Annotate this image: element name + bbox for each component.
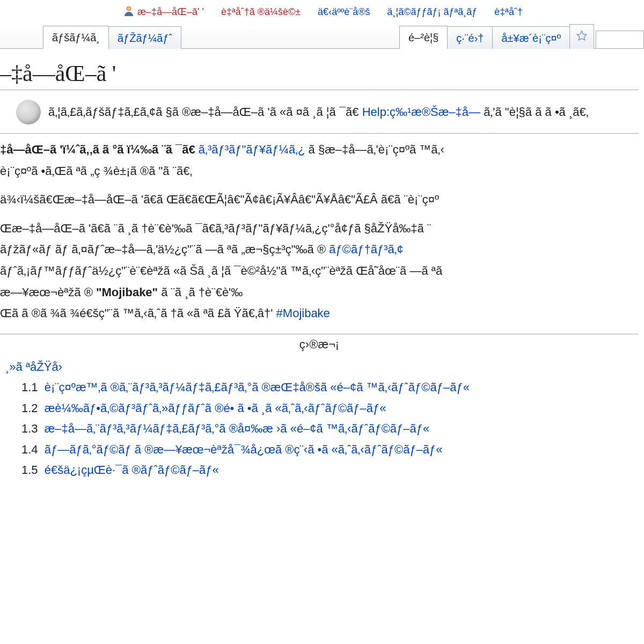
para-3-e: ã ¨ã ¸ã †è¨€è'‰ — [161, 286, 243, 299]
star-icon — [576, 30, 588, 45]
tab-read[interactable]: é–²è¦§ — [399, 26, 448, 49]
user-bar: æ–‡å­—åŒ–ã' ' è‡ªåˆ†ã ®ä¼šè©± ä€‹äººè¨­å… — [0, 0, 644, 24]
para-1: ‡å­—åŒ–ã 'ï¼ˆã‚‚ã ã °ã ï¼‰ã ¨ã ¯ã€ ã‚³ãƒ… — [0, 139, 635, 181]
para-3-b: ãƒžãƒ«ãƒ ãƒ ã‚¤ãƒˆæ–‡å­—ã‚'ä½¿ç"¨ã —ã ªã… — [0, 243, 326, 256]
userbar-beta[interactable]: è‡ªåˆ† — [494, 6, 523, 18]
tab-talk[interactable]: ãƒŽãƒ¼ãƒˆ — [108, 26, 181, 49]
svg-point-0 — [127, 6, 131, 11]
toc-num: 1.5 — [21, 463, 38, 477]
toc-item-1-1[interactable]: 1.1 è¡¨ç¤ºæ™‚ã ®ã‚¨ãƒ³ã‚³ãƒ¼ãƒ‡ã‚£ãƒ³ã‚°… — [0, 377, 639, 398]
para-2: ä¾‹ï¼šã€Œæ–‡å­—åŒ–ã 'ã€ã Œã€ã€ŒÃ¦â€"Ã¢â€… — [0, 189, 635, 210]
para-3-d: æ—¥æœ¬èªžã ® — [0, 286, 93, 299]
tab-edit[interactable]: ç·¨é›† — [447, 26, 493, 49]
para-3: Œæ–‡å­—åŒ–ã 'ã€ã ¨ã ¸ã †è¨€è'‰ã ¯ã€ã‚³ãƒ… — [0, 218, 635, 324]
hatnote-pre: ã‚¦ã‚£ã‚­ãƒšãƒ‡ã‚£ã‚¢ã §ã ®æ–‡å­—åŒ–ã 'ã… — [48, 105, 359, 119]
link-latin[interactable]: ãƒ©ãƒ†ãƒ³ã‚¢ — [329, 243, 404, 256]
toc-num: 1.2 — [21, 401, 38, 415]
toc-item-1-5-text: é€šä¿¡çµŒè·¯ã ®ãƒˆãƒ©ãƒ–ãƒ« — [45, 463, 219, 477]
hatnote: ã‚¦ã‚£ã‚­ãƒšãƒ‡ã‚£ã‚¢ã §ã ®æ–‡å­—åŒ–ã 'ã… — [0, 93, 639, 131]
article-body: ‡å­—åŒ–ã 'ï¼ˆã‚‚ã ã °ã ï¼‰ã ¨ã ¯ã€ ã‚³ãƒ… — [0, 139, 639, 324]
wikipedia-globe-icon — [16, 100, 41, 125]
userbar-prefs[interactable]: ä¸¦ã©ãƒƒãƒ¡ ãƒªã¸ãƒ — [387, 6, 478, 18]
toc-item-1-4[interactable]: 1.4 ãƒ—ãƒ­ã‚°ãƒ©ãƒ ã ®æ—¥æœ¬èªžå¯¾å¿œã ®… — [0, 440, 639, 460]
hatnote-text: ã‚¦ã‚£ã‚­ãƒšãƒ‡ã‚£ã‚¢ã §ã ®æ–‡å­—åŒ–ã 'ã… — [48, 103, 589, 121]
toc-item-1-2[interactable]: 1.2 æ­è¼‰ãƒ•ã‚©ãƒ³ãƒˆã‚»ãƒƒãƒˆã ®é• ã •ã… — [0, 398, 639, 419]
toc-item-1-5[interactable]: 1.5 é€šä¿¡çµŒè·¯ã ®ãƒˆãƒ©ãƒ–ãƒ« — [0, 460, 639, 481]
toc-item-1-3[interactable]: 1.3 æ–‡å­—ã‚¨ãƒ³ã‚³ãƒ¼ãƒ‡ã‚£ãƒ³ã‚°ã ®å¤‰… — [0, 419, 639, 440]
toc-num: 1.3 — [21, 422, 38, 435]
username-link[interactable]: æ–‡å­—åŒ–ã' ' — [137, 6, 204, 18]
link-mojibake-anchor[interactable]: #Mojibake — [276, 306, 330, 320]
toc-item-1-2-text: æ­è¼‰ãƒ•ã‚©ãƒ³ãƒˆã‚»ãƒƒãƒˆã ®é• ã •ã ¸ã … — [45, 401, 386, 415]
mojibake-bold: "Mojibake" — [96, 286, 158, 299]
toc-num: 1.4 — [21, 443, 38, 456]
hatnote-link[interactable]: Help:ç‰¹æ®Šæ–‡å­— — [362, 105, 480, 119]
tabs-left: ãƒšãƒ¼ã¸ ãƒŽãƒ¼ãƒˆ — [43, 25, 181, 48]
user-menu[interactable]: æ–‡å­—åŒ–ã' ' — [123, 5, 204, 19]
tab-history[interactable]: å±¥æ­´è¡¨ç¤º — [492, 26, 570, 49]
toc-item-1-1-text: è¡¨ç¤ºæ™‚ã ®ã‚¨ãƒ³ã‚³ãƒ¼ãƒ‡ã‚£ãƒ³ã‚°ã ®æ… — [45, 380, 470, 394]
toc-divider — [0, 334, 639, 334]
tab-watch[interactable] — [569, 24, 594, 49]
user-icon — [123, 5, 134, 19]
toc: ¸»ã ªåŽŸå› 1.1 è¡¨ç¤ºæ™‚ã ®ã‚¨ãƒ³ã‚³ãƒ¼ã… — [0, 357, 639, 481]
tab-bar: ãƒšãƒ¼ã¸ ãƒŽãƒ¼ãƒˆ é–²è¦§ ç·¨é›† å±¥æ­´è… — [0, 24, 644, 49]
userbar-sandbox[interactable]: ä€‹äººè¨­å®š — [318, 6, 370, 18]
userbar-talk[interactable]: è‡ªåˆ†ã ®ä¼šè©± — [221, 6, 301, 18]
para-3-c: ãƒˆã‚¡ãƒ™ãƒƒãƒˆä½¿ç"¨è¨€èªžã «ã Šã ¸ã ¦ã… — [0, 264, 442, 277]
page-title: –‡å­—åŒ–ã ' — [0, 61, 639, 90]
para-3-a: Œæ–‡å­—åŒ–ã 'ã€ã ¨ã ¸ã †è¨€è'‰ã ¯ã€ã‚³ãƒ… — [0, 222, 431, 235]
tabs-right: é–²è¦§ ç·¨é›† å±¥æ­´è¡¨ç¤º — [399, 24, 644, 48]
para-1-mid: ã §æ–‡å­—ã‚'è¡¨ç¤ºã ™ã‚‹ — [309, 143, 444, 156]
search-input[interactable] — [601, 34, 633, 46]
search-box[interactable] — [596, 31, 644, 49]
toc-item-1[interactable]: ¸»ã ªåŽŸå› — [0, 357, 639, 378]
hatnote-post: ã‚'ã "è¦§ã ã ã •ã ¸ã€‚ — [484, 105, 588, 119]
content: –‡å­—åŒ–ã ' ã‚¦ã‚£ã‚­ãƒšãƒ‡ã‚£ã‚¢ã §ã ®æ… — [0, 49, 644, 486]
toc-item-1-text: ¸»ã ªåŽŸå› — [5, 360, 62, 374]
toc-item-1-3-text: æ–‡å­—ã‚¨ãƒ³ã‚³ãƒ¼ãƒ‡ã‚£ãƒ³ã‚°ã ®å¤‰æ ›ã… — [45, 422, 430, 435]
toc-item-1-4-text: ãƒ—ãƒ­ã‚°ãƒ©ãƒ ã ®æ—¥æœ¬èªžå¯¾å¿œã ®ç¨‹ã… — [45, 443, 443, 456]
para-3-f: Œã ã ®ã ¾ã ¾é€šç"¨ã ™ã‚‹ã‚ˆã †ã «ã ªã £ã… — [0, 306, 273, 320]
toc-num: 1.1 — [21, 380, 38, 394]
hatnote-divider — [0, 133, 639, 134]
tab-page[interactable]: ãƒšãƒ¼ã¸ — [43, 26, 109, 49]
toc-title: ç›®æ¬¡ — [0, 338, 639, 352]
para-1-tail: è¡¨ç¤ºã •ã‚Œã ªã „ç ¾è±¡ã ®ã "ã ¨ã€‚ — [0, 164, 192, 178]
para-1-lead: ‡å­—åŒ–ã 'ï¼ˆã‚‚ã ã °ã ï¼‰ã ¨ã ¯ã€ — [0, 143, 195, 156]
link-computer[interactable]: ã‚³ãƒ³ãƒ"ãƒ¥ãƒ¼ã‚¿ — [199, 143, 305, 156]
